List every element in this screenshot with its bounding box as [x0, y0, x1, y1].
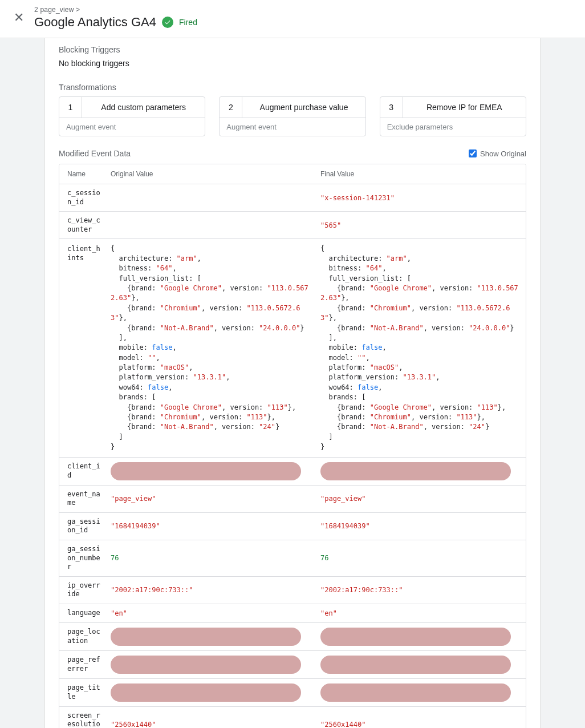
table-row: event_name"page_view""page_view" [59, 486, 526, 513]
table-row: ip_override"2002:a17:90c:733::""2002:a17… [59, 577, 526, 604]
cell-name: page_location [59, 623, 106, 650]
transformation-number: 3 [380, 97, 403, 118]
col-name: Name [59, 164, 106, 184]
breadcrumb[interactable]: 2 page_view > [34, 6, 571, 14]
title-row: Google Analytics GA4 Fired [34, 15, 571, 30]
cell-name: language [59, 604, 106, 622]
table-body: c_session_id"x-session-141231"c_view_cou… [59, 184, 526, 728]
transformations-title: Transformations [45, 70, 540, 96]
table-row: language"en""en" [59, 604, 526, 623]
transformation-card[interactable]: 3Remove IP for EMEAExclude parameters [380, 96, 526, 136]
cell-final: "x-session-141231" [316, 184, 526, 211]
cell-name: ga_session_number [59, 540, 106, 576]
show-original-label: Show Original [480, 149, 526, 158]
cell-original [106, 679, 316, 706]
cell-final: "en" [316, 604, 526, 622]
table-row: client_id [59, 458, 526, 486]
table-row: page_location [59, 623, 526, 651]
page-title: Google Analytics GA4 [34, 15, 156, 30]
cell-final: "page_view" [316, 486, 526, 512]
table-row: ga_session_id"1684194039""1684194039" [59, 513, 526, 540]
cell-original: "page_view" [106, 486, 316, 512]
col-original: Original Value [106, 164, 316, 184]
cell-original: { architecture: "arm", bitness: "64", fu… [106, 239, 316, 456]
table-row: page_referrer [59, 651, 526, 679]
transformation-label: Remove IP for EMEA [403, 97, 526, 118]
cell-original [106, 651, 316, 678]
cell-final [316, 679, 526, 706]
cell-name: client_id [59, 458, 106, 485]
table-row: client_hints{ architecture: "arm", bitne… [59, 239, 526, 457]
show-original-checkbox[interactable] [469, 149, 477, 157]
cell-final: "565" [316, 212, 526, 238]
transformation-type: Exclude parameters [380, 118, 526, 136]
col-final: Final Value [316, 164, 526, 184]
cell-name: ga_session_id [59, 513, 106, 540]
cell-original: "1684194039" [106, 513, 316, 540]
close-icon[interactable]: ✕ [14, 11, 24, 24]
cell-original: "2560x1440" [106, 707, 316, 728]
cell-original: 76 [106, 540, 316, 576]
table-header: Name Original Value Final Value [59, 164, 526, 184]
header-info: 2 page_view > Google Analytics GA4 Fired [34, 6, 571, 30]
fired-label: Fired [179, 18, 197, 27]
page-header: ✕ 2 page_view > Google Analytics GA4 Fir… [0, 0, 585, 38]
main-panel: Blocking Triggers No blocking triggers T… [44, 38, 541, 728]
cell-name: c_view_counter [59, 212, 106, 238]
redacted-value [320, 656, 511, 674]
cell-final: { architecture: "arm", bitness: "64", fu… [316, 239, 526, 456]
cell-final [316, 458, 526, 485]
transformation-label: Augment purchase value [242, 97, 365, 118]
cell-name: c_session_id [59, 184, 106, 211]
transformation-number: 1 [59, 97, 82, 118]
redacted-value [111, 683, 301, 702]
cell-final: "2002:a17:90c:733::" [316, 577, 526, 604]
redacted-value [320, 683, 511, 702]
cell-final: "1684194039" [316, 513, 526, 540]
redacted-value [111, 462, 301, 480]
cell-final: "2560x1440" [316, 707, 526, 728]
table-row: screen_resolution"2560x1440""2560x1440" [59, 707, 526, 728]
cell-original [106, 623, 316, 650]
cell-name: page_title [59, 679, 106, 706]
cell-final: 76 [316, 540, 526, 576]
transformation-type: Augment event [220, 118, 365, 136]
show-original-toggle[interactable]: Show Original [469, 149, 526, 158]
redacted-value [111, 656, 301, 674]
table-row: c_view_counter"565" [59, 212, 526, 239]
cell-final [316, 623, 526, 650]
cell-original: "en" [106, 604, 316, 622]
cell-name: screen_resolution [59, 707, 106, 728]
cell-original: "2002:a17:90c:733::" [106, 577, 316, 604]
table-row: page_title [59, 679, 526, 707]
cell-name: event_name [59, 486, 106, 512]
cell-final [316, 651, 526, 678]
redacted-value [320, 462, 511, 480]
blocking-triggers-content: No blocking triggers [45, 59, 540, 70]
transformation-number: 2 [220, 97, 242, 118]
event-data-table: Name Original Value Final Value c_sessio… [59, 164, 526, 728]
modified-event-title: Modified Event Data [59, 149, 469, 158]
transformations-row: 1Add custom parametersAugment event2Augm… [45, 96, 540, 136]
transformation-card[interactable]: 1Add custom parametersAugment event [59, 96, 205, 136]
table-row: c_session_id"x-session-141231" [59, 184, 526, 212]
table-row: ga_session_number7676 [59, 540, 526, 577]
cell-name: client_hints [59, 239, 106, 456]
redacted-value [320, 628, 511, 646]
cell-original [106, 184, 316, 211]
transformation-label: Add custom parameters [82, 97, 205, 118]
redacted-value [111, 628, 301, 646]
cell-original [106, 212, 316, 238]
transformation-type: Augment event [59, 118, 205, 136]
fired-check-icon [162, 17, 173, 28]
cell-name: ip_override [59, 577, 106, 604]
transformation-card[interactable]: 2Augment purchase valueAugment event [219, 96, 365, 136]
cell-name: page_referrer [59, 651, 106, 678]
modified-event-header: Modified Event Data Show Original [45, 136, 540, 164]
blocking-triggers-title: Blocking Triggers [45, 38, 540, 59]
cell-original [106, 458, 316, 485]
